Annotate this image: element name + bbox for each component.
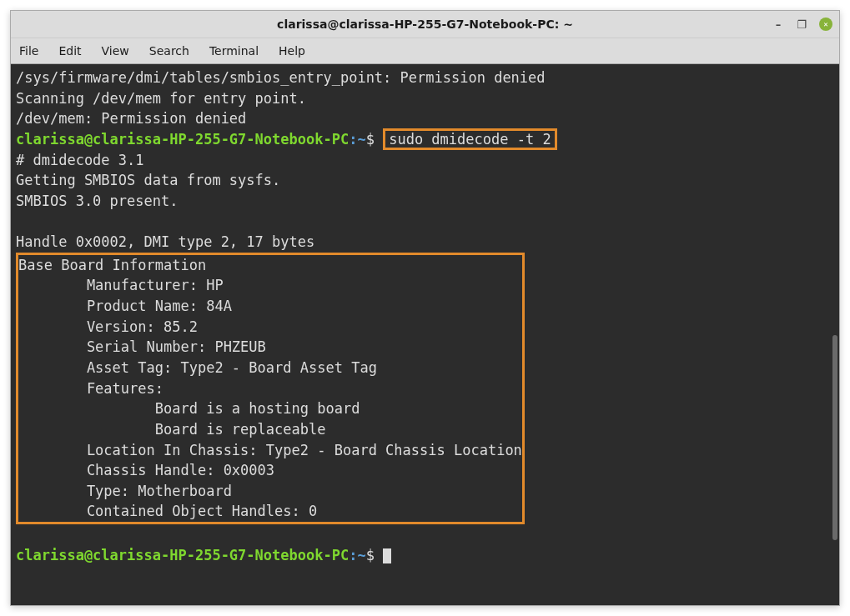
output-line: Base Board Information: [18, 257, 206, 273]
terminal-window: clarissa@clarissa-HP-255-G7-Notebook-PC:…: [10, 10, 840, 606]
minimize-button[interactable]: –: [772, 18, 784, 30]
output-line: Serial Number: PHZEUB: [18, 338, 266, 355]
output-line: Manufacturer: HP: [18, 277, 224, 293]
scrollbar[interactable]: [831, 64, 839, 605]
cursor-icon: [383, 548, 391, 563]
output-line: # dmidecode 3.1: [16, 152, 144, 168]
menu-help[interactable]: Help: [279, 44, 305, 58]
output-line: Contained Object Handles: 0: [18, 503, 317, 519]
terminal-content: /sys/firmware/dmi/tables/smbios_entry_po…: [16, 68, 834, 565]
output-line: Handle 0x0002, DMI type 2, 17 bytes: [16, 233, 314, 250]
menu-terminal[interactable]: Terminal: [209, 44, 259, 58]
output-line: Board is replaceable: [18, 421, 325, 438]
prompt-dollar: $: [366, 131, 375, 148]
output-line: Location In Chassis: Type2 - Board Chass…: [18, 442, 522, 458]
output-line: Asset Tag: Type2 - Board Asset Tag: [18, 359, 377, 376]
scrollbar-thumb[interactable]: [832, 335, 837, 541]
terminal-area[interactable]: /sys/firmware/dmi/tables/smbios_entry_po…: [11, 64, 839, 605]
output-line: Features:: [18, 380, 163, 397]
close-button[interactable]: [819, 18, 832, 31]
output-highlight-box: Base Board Information Manufacturer: HP …: [16, 253, 525, 524]
command-text: sudo dmidecode -t 2: [389, 131, 551, 148]
prompt-path: ~: [357, 131, 365, 148]
prompt-sep: :: [349, 547, 357, 563]
prompt-sep: :: [349, 131, 357, 148]
menu-view[interactable]: View: [102, 44, 129, 58]
output-line: Version: 85.2: [18, 318, 198, 335]
output-line: Board is a hosting board: [18, 400, 360, 417]
prompt-user: clarissa@clarissa-HP-255-G7-Notebook-PC: [16, 547, 349, 563]
menu-search[interactable]: Search: [149, 44, 189, 58]
output-line: /dev/mem: Permission denied: [16, 110, 246, 127]
output-line: /sys/firmware/dmi/tables/smbios_entry_po…: [16, 69, 546, 86]
output-line: Product Name: 84A: [18, 298, 232, 314]
window-title: clarissa@clarissa-HP-255-G7-Notebook-PC:…: [277, 18, 573, 31]
prompt-dollar: $: [366, 547, 375, 563]
command-highlight-box: sudo dmidecode -t 2: [383, 128, 556, 150]
output-line: Type: Motherboard: [18, 483, 232, 499]
output-line: Scanning /dev/mem for entry point.: [16, 90, 306, 107]
output-line: SMBIOS 3.0 present.: [16, 193, 178, 209]
prompt-path: ~: [357, 547, 365, 563]
prompt-user: clarissa@clarissa-HP-255-G7-Notebook-PC: [16, 131, 349, 148]
menubar: File Edit View Search Terminal Help: [11, 38, 839, 64]
maximize-button[interactable]: ❐: [796, 18, 807, 30]
window-controls: – ❐: [772, 18, 832, 31]
output-line: Chassis Handle: 0x0003: [18, 462, 274, 478]
menu-file[interactable]: File: [19, 44, 38, 58]
titlebar: clarissa@clarissa-HP-255-G7-Notebook-PC:…: [11, 11, 839, 38]
output-line: Getting SMBIOS data from sysfs.: [16, 172, 280, 188]
menu-edit[interactable]: Edit: [58, 44, 81, 58]
